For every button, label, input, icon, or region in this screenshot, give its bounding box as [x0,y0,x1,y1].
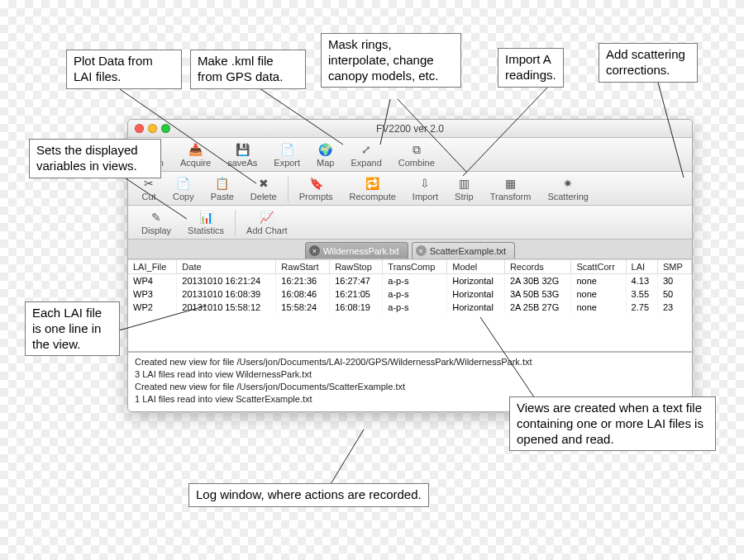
addchart-button[interactable]: 📈Add Chart [238,208,296,238]
col-smp[interactable]: SMP [657,260,691,274]
callout-views: Views are created when a text file conta… [509,396,716,451]
cell-scattcorr: none [571,301,626,314]
cell-model: Horizontal [447,287,505,301]
col-rawstop[interactable]: RawStop [330,260,383,274]
col-scattcorr[interactable]: ScattCorr [571,260,626,274]
statistics-button[interactable]: 📊Statistics [179,208,232,238]
combine-button[interactable]: ⧉Combine [390,140,443,170]
cell-date: 20131010 16:08:39 [177,287,276,301]
expand-button[interactable]: ⤢Expand [343,140,390,170]
col-rawstart[interactable]: RawStart [276,260,330,274]
toolbar-row-2: ✂Cut📄Copy📋Paste✖Delete🔖Prompts🔁Recompute… [128,172,692,206]
tab-close-icon[interactable]: × [309,245,320,256]
col-date[interactable]: Date [177,260,276,274]
recompute-label: Recompute [350,192,396,202]
saveas-button[interactable]: 💾saveAs [219,140,265,170]
col-records[interactable]: Records [504,260,571,274]
copy-icon: 📄 [176,176,191,191]
col-transcomp[interactable]: TransComp [383,260,447,274]
delete-label: Delete [250,192,277,202]
tabbar: ×WildernessPark.txt×ScatterExample.txt [128,240,692,259]
cell-smp: 50 [657,287,691,301]
paste-button[interactable]: 📋Paste [203,174,242,204]
addchart-label: Add Chart [246,225,288,235]
log-line: 3 LAI files read into view WildernessPar… [135,368,685,381]
cell-date: 20131010 15:58:12 [177,301,276,314]
paste-label: Paste [211,192,234,202]
import-label: Import [413,192,438,202]
saveas-label: saveAs [227,158,257,168]
cell-lai_file: WP2 [128,301,177,314]
table-header-row: LAI_FileDateRawStartRawStopTransCompMode… [128,260,692,274]
export-button[interactable]: 📄Export [265,140,308,170]
table-row[interactable]: WP220131010 15:58:1215:58:2416:08:19a-p-… [128,301,692,314]
tab-scatterexample-txt[interactable]: ×ScatterExample.txt [412,242,515,259]
display-button[interactable]: ✎Display [133,208,179,238]
cell-smp: 23 [657,301,691,314]
export-label: Export [274,158,300,168]
cell-transcomp: a-p-s [383,274,447,288]
acquire-icon: 📥 [188,142,203,157]
col-lai[interactable]: LAI [626,260,657,274]
copy-label: Copy [173,192,194,202]
recompute-button[interactable]: 🔁Recompute [341,174,404,204]
table-row[interactable]: WP420131010 16:21:2416:21:3616:27:47a-p-… [128,274,692,288]
cell-scattcorr: none [571,274,626,288]
statistics-icon: 📊 [198,210,213,225]
cell-lai: 3.55 [626,287,657,301]
table-row[interactable]: WP320131010 16:08:3916:08:4616:21:05a-p-… [128,287,692,301]
log-line: Created new view for file /Users/jon/Doc… [135,356,685,368]
callout-log: Log window, where actions are recorded. [188,483,429,507]
callout-scatter: Add scattering corrections. [599,43,698,83]
titlebar[interactable]: FV2200 ver 2.0 [128,120,692,138]
import-button[interactable]: ⇩Import [404,174,446,204]
map-icon: 🌍 [318,142,333,157]
cell-records: 2A 25B 27G [504,301,571,314]
toolbar-row-3: ✎Display📊Statistics📈Add Chart [128,206,692,240]
combine-label: Combine [398,158,435,168]
addchart-icon: 📈 [260,210,274,225]
import-icon: ⇩ [417,176,432,191]
display-icon: ✎ [149,210,164,225]
tab-wildernesspark-txt[interactable]: ×WildernessPark.txt [305,242,408,259]
callout-kml: Make .kml file from GPS data. [190,50,306,89]
combine-icon: ⧉ [409,142,424,157]
map-button[interactable]: 🌍Map [308,140,342,170]
cut-label: Cut [141,192,155,202]
callout-display: Sets the displayed variables in views. [29,139,161,178]
tab-close-icon[interactable]: × [416,245,427,256]
copy-button[interactable]: 📄Copy [165,174,203,204]
cell-rawstart: 16:08:46 [276,287,330,301]
cell-rawstop: 16:27:47 [330,274,383,288]
cell-smp: 30 [657,274,691,288]
scattering-button[interactable]: ✷Scattering [539,174,597,204]
cell-rawstop: 16:08:19 [330,301,383,314]
strip-button[interactable]: ▥Strip [446,174,482,204]
acquire-label: Acquire [180,158,211,168]
delete-button[interactable]: ✖Delete [242,174,285,204]
acquire-button[interactable]: 📥Acquire [172,140,219,170]
transform-button[interactable]: ▦Transform [482,174,540,204]
cell-model: Horizontal [447,274,505,288]
statistics-label: Statistics [188,225,224,235]
scattering-icon: ✷ [560,176,575,191]
cell-lai: 2.75 [626,301,657,314]
cell-lai_file: WP3 [128,287,177,301]
cell-records: 3A 50B 53G [504,287,571,301]
cell-transcomp: a-p-s [383,301,447,314]
cell-rawstart: 15:58:24 [276,301,330,314]
col-lai_file[interactable]: LAI_File [128,260,177,274]
col-model[interactable]: Model [447,260,505,274]
expand-label: Expand [351,158,382,168]
tab-label: ScatterExample.txt [430,246,506,256]
strip-icon: ▥ [456,176,471,191]
callout-mask: Mask rings, interpolate, change canopy m… [321,33,461,88]
cut-button[interactable]: ✂Cut [133,174,165,204]
svg-line-9 [331,429,364,484]
cell-records: 2A 30B 32G [504,274,571,288]
toolbar-row-1: 📂Open📥Acquire💾saveAs📄Export🌍Map⤢Expand⧉C… [128,138,692,172]
callout-row: Each LAI file is one line in the view. [25,301,120,356]
prompts-button[interactable]: 🔖Prompts [291,174,341,204]
prompts-label: Prompts [299,192,333,202]
map-label: Map [317,158,334,168]
